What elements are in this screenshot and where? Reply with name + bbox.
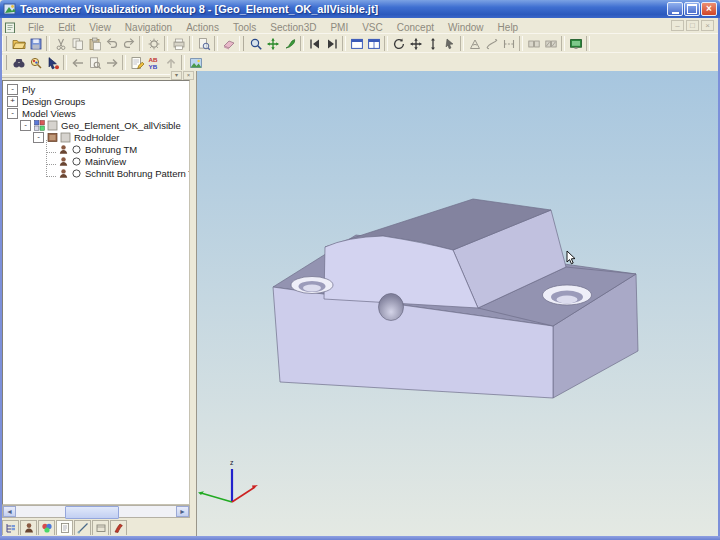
menu-item-vsc[interactable]: VSC xyxy=(355,22,390,33)
magnifier-button[interactable] xyxy=(247,35,264,52)
find-page-button[interactable] xyxy=(86,54,103,71)
tree-item-design-groups[interactable]: +Design Groups xyxy=(3,95,189,107)
ab-yb-button[interactable]: ABYB xyxy=(145,54,162,71)
undo-button[interactable] xyxy=(103,35,120,52)
tree-horizontal-scrollbar[interactable]: ◄ ► xyxy=(2,505,190,518)
menu-item-view[interactable]: View xyxy=(82,22,118,33)
panel-menu-button[interactable]: ▾ xyxy=(171,71,182,80)
window-border-bottom[interactable] xyxy=(0,536,720,540)
window-blue2-button[interactable] xyxy=(365,35,382,52)
fly-button[interactable] xyxy=(281,35,298,52)
checkbox-icon[interactable] xyxy=(47,120,58,131)
compare2-button[interactable] xyxy=(542,35,559,52)
save-button[interactable] xyxy=(27,35,44,52)
measure-align-button[interactable] xyxy=(500,35,517,52)
print-button[interactable] xyxy=(170,35,187,52)
copy-button[interactable] xyxy=(69,35,86,52)
last-button[interactable] xyxy=(323,35,340,52)
viewport-3d[interactable]: z xyxy=(196,71,719,536)
tree-item-ply[interactable]: -Ply xyxy=(3,83,189,95)
select-arrow-button[interactable] xyxy=(441,35,458,52)
menu-item-tools[interactable]: Tools xyxy=(226,22,263,33)
checkbox-icon[interactable] xyxy=(60,132,71,143)
zoom-axis-button[interactable] xyxy=(424,35,441,52)
view-icon[interactable] xyxy=(58,156,69,167)
scrollbar-thumb[interactable] xyxy=(65,506,119,519)
toolbar-drag-handle[interactable] xyxy=(239,36,244,51)
tree-item-geo-element[interactable]: -Geo_Element_OK_allVisible xyxy=(3,119,189,131)
menu-item-help[interactable]: Help xyxy=(491,22,526,33)
compare-button[interactable] xyxy=(525,35,542,52)
tree-item-model-views[interactable]: -Model Views xyxy=(3,107,189,119)
tree-toggle-rodholder[interactable]: - xyxy=(33,132,44,143)
tab-colors-button[interactable] xyxy=(38,520,55,535)
screen-green-button[interactable] xyxy=(567,35,584,52)
menu-item-edit[interactable]: Edit xyxy=(51,22,82,33)
back-button[interactable] xyxy=(69,54,86,71)
first-button[interactable] xyxy=(306,35,323,52)
up-arrow-button[interactable] xyxy=(162,54,179,71)
tree-toggle-ply[interactable]: - xyxy=(7,84,18,95)
tree-item-label: Design Groups xyxy=(21,96,85,107)
binoculars-button[interactable] xyxy=(10,54,27,71)
radio-icon[interactable] xyxy=(71,168,82,179)
paste-button[interactable] xyxy=(86,35,103,52)
open-folder-button[interactable] xyxy=(10,35,27,52)
menu-item-file[interactable]: File xyxy=(21,22,51,33)
panel-drag-handle[interactable] xyxy=(2,74,170,78)
tab-markup-button[interactable] xyxy=(110,520,127,535)
radio-icon[interactable] xyxy=(71,156,82,167)
tab-page-button[interactable] xyxy=(56,520,73,535)
pointer-dark-button[interactable] xyxy=(44,54,61,71)
cut-button[interactable] xyxy=(52,35,69,52)
mdi-close-button[interactable]: × xyxy=(701,20,714,31)
toolbar-drag-handle[interactable] xyxy=(2,36,7,51)
toolbar-drag-handle[interactable] xyxy=(2,55,7,70)
mdi-restore-button[interactable]: □ xyxy=(686,20,699,31)
redo-button[interactable] xyxy=(120,35,137,52)
mdi-minimize-button[interactable]: – xyxy=(671,20,684,31)
views-icon[interactable] xyxy=(34,120,45,131)
menu-item-concept[interactable]: Concept xyxy=(390,22,441,33)
tree-toggle-geo-element[interactable]: - xyxy=(20,120,31,131)
menu-item-actions[interactable]: Actions xyxy=(179,22,226,33)
panel-close-button[interactable]: × xyxy=(183,71,194,80)
note-edit-button[interactable] xyxy=(128,54,145,71)
close-button[interactable]: × xyxy=(701,2,717,16)
tree-item-schnitt-bohrung[interactable]: Schnitt Bohrung Pattern TM xyxy=(3,167,189,179)
magnifier-color-button[interactable] xyxy=(27,54,44,71)
tree-item-mainview[interactable]: MainView xyxy=(3,155,189,167)
menu-item-section3d[interactable]: Section3D xyxy=(263,22,323,33)
menu-item-navigation[interactable]: Navigation xyxy=(118,22,179,33)
tab-tree-button[interactable] xyxy=(2,520,19,535)
rotate-button[interactable] xyxy=(390,35,407,52)
radio-icon[interactable] xyxy=(71,144,82,155)
menu-item-window[interactable]: Window xyxy=(441,22,491,33)
menu-item-pmi[interactable]: PMI xyxy=(323,22,355,33)
model-tree[interactable]: -Ply+Design Groups-Model Views-Geo_Eleme… xyxy=(2,80,190,505)
tree-item-rodholder[interactable]: -RodHolder xyxy=(3,131,189,143)
tree-toggle-design-groups[interactable]: + xyxy=(7,96,18,107)
tab-user-button[interactable] xyxy=(20,520,37,535)
view-icon[interactable] xyxy=(58,168,69,179)
view-icon[interactable] xyxy=(58,144,69,155)
titlebar[interactable]: Teamcenter Visualization Mockup 8 - [Geo… xyxy=(0,0,720,18)
tree-item-bohrung-tm[interactable]: Bohrung TM xyxy=(3,143,189,155)
walk-button[interactable] xyxy=(264,35,281,52)
measure-curve-button[interactable] xyxy=(483,35,500,52)
pan-button[interactable] xyxy=(407,35,424,52)
eraser-button[interactable] xyxy=(220,35,237,52)
tab-box-button[interactable] xyxy=(92,520,109,535)
page-zoom-button[interactable] xyxy=(195,35,212,52)
measure-angle-button[interactable] xyxy=(466,35,483,52)
maximize-button[interactable] xyxy=(684,2,700,16)
window-blue-button[interactable] xyxy=(348,35,365,52)
scroll-right-button[interactable]: ► xyxy=(176,506,189,517)
minimize-button[interactable] xyxy=(667,2,683,16)
tab-line-button[interactable] xyxy=(74,520,91,535)
tree-toggle-model-views[interactable]: - xyxy=(7,108,18,119)
gear-button[interactable] xyxy=(145,35,162,52)
image-view-button[interactable] xyxy=(187,54,204,71)
scroll-left-button[interactable]: ◄ xyxy=(3,506,16,517)
forward-button[interactable] xyxy=(103,54,120,71)
